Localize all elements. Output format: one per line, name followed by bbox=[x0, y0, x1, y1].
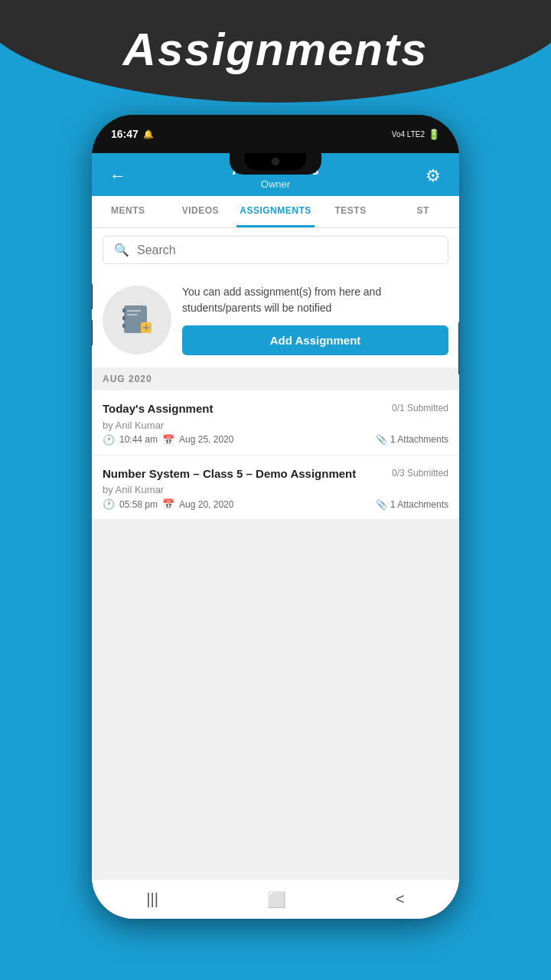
menu-nav-button[interactable]: ||| bbox=[131, 884, 174, 914]
assignment-by: by Anil Kumar bbox=[103, 484, 448, 495]
settings-button[interactable]: ⚙ bbox=[419, 162, 447, 190]
search-container: 🔍 bbox=[92, 228, 459, 272]
attachment-count: 1 Attachments bbox=[390, 499, 448, 510]
assignment-meta: 🕐 10:44 am 📅 Aug 25, 2020 📎 1 Attachment… bbox=[103, 434, 448, 446]
submitted-badge: 0/3 Submitted bbox=[392, 466, 448, 479]
tab-tests[interactable]: TESTS bbox=[315, 196, 387, 227]
svg-rect-5 bbox=[127, 314, 138, 315]
home-nav-button[interactable]: ⬜ bbox=[252, 884, 302, 915]
phone-frame: 16:47 🔔 Vo4 LTE2 🔋 ← Anil Tut bbox=[92, 115, 459, 919]
side-button-right bbox=[458, 322, 459, 375]
tab-assignments[interactable]: ASSIGNMENTS bbox=[236, 196, 315, 227]
assignment-item[interactable]: Number System – Class 5 – Demo Assignmen… bbox=[92, 456, 459, 521]
clock-icon: 🕐 bbox=[103, 498, 115, 510]
paperclip-icon: 📎 bbox=[376, 499, 387, 510]
assignment-date: Aug 20, 2020 bbox=[179, 499, 233, 510]
clock-icon: 🕐 bbox=[103, 434, 115, 446]
attachment-info: 📎 1 Attachments bbox=[376, 499, 448, 510]
attachment-info: 📎 1 Attachments bbox=[376, 434, 448, 445]
svg-rect-3 bbox=[122, 324, 126, 328]
add-assignment-button[interactable]: Add Assignment bbox=[182, 325, 448, 355]
promo-description: You can add assignment(s) from here and … bbox=[182, 284, 448, 316]
svg-rect-2 bbox=[122, 316, 126, 320]
svg-rect-4 bbox=[127, 310, 141, 312]
tab-st[interactable]: ST bbox=[386, 196, 459, 227]
notch bbox=[230, 153, 321, 175]
app-role: Owner bbox=[132, 178, 419, 190]
svg-rect-1 bbox=[122, 309, 126, 312]
app-screen: ← Anil Tutorials Owner ⚙ MENTS VIDEOS bbox=[92, 153, 459, 919]
bottom-nav: ||| ⬜ < bbox=[92, 879, 459, 919]
notebook-icon bbox=[118, 301, 156, 339]
assignment-meta: 🕐 05:58 pm 📅 Aug 20, 2020 📎 1 Attachment… bbox=[103, 498, 448, 510]
assignment-time: 10:44 am bbox=[119, 434, 158, 445]
assignment-date: Aug 25, 2020 bbox=[179, 434, 233, 445]
assignment-title-row: Today's Assignment 0/1 Submitted bbox=[103, 401, 448, 416]
month-header: AUG 2020 bbox=[92, 368, 459, 390]
tab-videos[interactable]: VIDEOS bbox=[165, 196, 237, 227]
tab-ments[interactable]: MENTS bbox=[92, 196, 165, 227]
back-nav-button[interactable]: < bbox=[380, 884, 420, 914]
promo-section: You can add assignment(s) from here and … bbox=[92, 272, 459, 368]
side-buttons-left bbox=[92, 283, 93, 346]
search-bar[interactable]: 🔍 bbox=[103, 236, 448, 264]
paperclip-icon: 📎 bbox=[376, 434, 387, 445]
assignment-title-row: Number System – Class 5 – Demo Assignmen… bbox=[103, 466, 448, 482]
tab-bar: MENTS VIDEOS ASSIGNMENTS TESTS ST bbox=[92, 196, 459, 228]
search-input[interactable] bbox=[137, 243, 437, 257]
assignment-item[interactable]: Today's Assignment 0/1 Submitted by Anil… bbox=[92, 390, 459, 456]
status-icons: Vo4 LTE2 🔋 bbox=[392, 129, 440, 140]
top-banner: Assignments bbox=[0, 0, 551, 103]
camera-dot bbox=[272, 158, 279, 165]
assignment-title: Number System – Class 5 – Demo Assignmen… bbox=[103, 466, 384, 482]
assignment-time: 05:58 pm bbox=[119, 499, 158, 510]
calendar-icon: 📅 bbox=[162, 498, 174, 510]
search-icon: 🔍 bbox=[114, 243, 129, 257]
promo-text-area: You can add assignment(s) from here and … bbox=[182, 284, 448, 355]
attachment-count: 1 Attachments bbox=[390, 434, 448, 445]
status-bar: 16:47 🔔 Vo4 LTE2 🔋 bbox=[92, 115, 459, 153]
submitted-badge: 0/1 Submitted bbox=[392, 401, 448, 413]
calendar-icon: 📅 bbox=[162, 434, 174, 446]
assignment-title: Today's Assignment bbox=[103, 401, 384, 416]
assignment-by: by Anil Kumar bbox=[103, 420, 448, 431]
assignment-list: AUG 2020 Today's Assignment 0/1 Submitte… bbox=[92, 368, 459, 879]
promo-icon-circle bbox=[103, 286, 171, 354]
back-button[interactable]: ← bbox=[104, 162, 132, 190]
banner-title: Assignments bbox=[15, 23, 536, 76]
status-time: 16:47 🔔 bbox=[111, 128, 154, 140]
